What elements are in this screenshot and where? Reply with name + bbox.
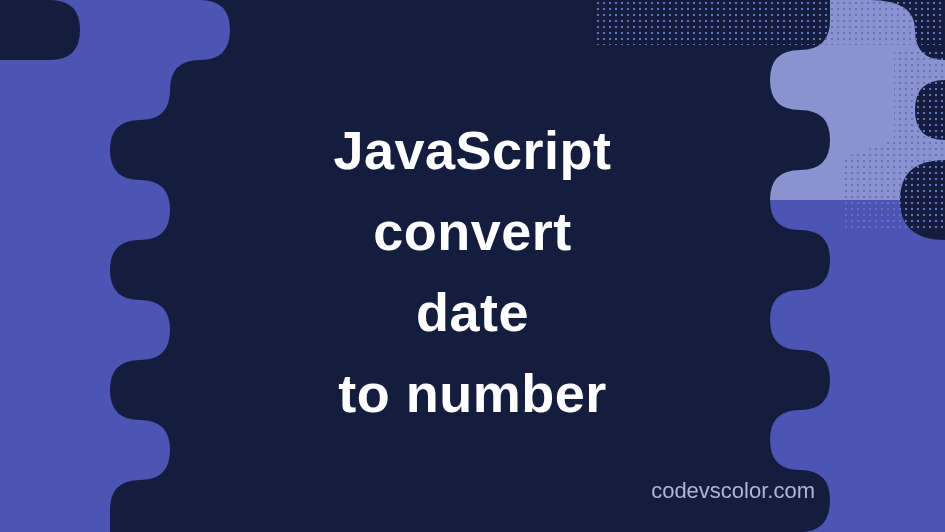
title-line-2: convert (0, 191, 945, 272)
title-line-4: to number (0, 353, 945, 434)
title-line-3: date (0, 272, 945, 353)
title-line-1: JavaScript (0, 110, 945, 191)
title-container: JavaScript convert date to number (0, 110, 945, 434)
dots-texture-top (595, 0, 945, 45)
watermark-text: codevscolor.com (651, 478, 815, 504)
